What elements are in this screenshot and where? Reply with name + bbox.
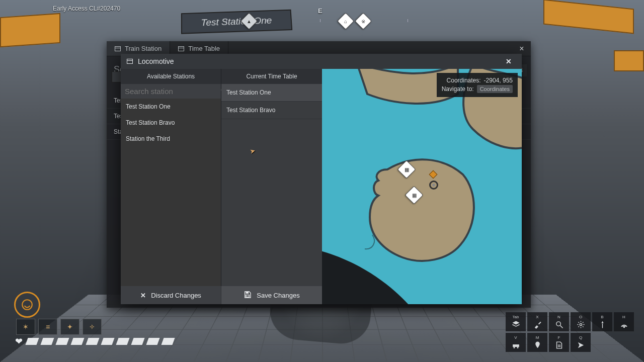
discard-changes-button[interactable]: ✕ Discard Changes [121,286,221,304]
close-icon: ✕ [140,292,146,299]
svg-rect-3 [246,292,249,294]
window-icon [115,46,121,51]
hotbar-slot[interactable]: ≡ [38,319,57,335]
modal-titlebar: Locomotive ✕ [121,54,522,69]
current-timetable-header: Current Time Table [221,69,322,84]
compass-east-label: E [318,7,323,15]
svg-point-9 [623,326,624,327]
map-pin-icon [533,341,542,349]
svg-rect-10 [513,344,519,347]
options-gear-icon [577,320,585,329]
window-icon [178,46,184,51]
timetable-entry[interactable]: Test Station One [221,84,322,102]
shortcut-grid: Tab X N O B H V M F Q [506,312,634,352]
map-panel[interactable]: Coordinates: -2904, 955 Navigate to: Coo… [322,69,522,304]
svg-rect-4 [246,295,250,297]
shortcut-beacon[interactable]: B [592,312,612,331]
flashlight-search-icon [555,320,564,329]
svg-point-8 [580,323,582,325]
shortcut-vehicle[interactable]: V [506,333,526,352]
hotbar: ✶ ≡ ✦ ✧ [16,319,102,335]
build-info: Early Access CL#202470 [53,5,120,12]
save-icon [244,291,252,300]
shortcut-options[interactable]: O [571,312,591,331]
available-stations-header: Available Stations [121,69,221,84]
building-decor [543,0,634,34]
shortcut-dismantle[interactable]: X [527,312,547,331]
station-search-input[interactable] [125,87,220,96]
map-player-marker[interactable] [429,180,438,190]
scan-signal-icon [620,320,628,329]
beacon-icon [598,320,607,329]
navigate-label: Navigate to: [442,85,474,93]
shortcut-quick[interactable]: Q [571,333,591,352]
timetable-entry[interactable]: Test Station Bravo [221,102,322,119]
window-icon [127,59,133,64]
available-station-item[interactable]: Test Station Bravo [121,115,221,131]
shortcut-search[interactable]: N [549,312,569,331]
hotbar-slot[interactable]: ✦ [60,319,79,335]
station-search[interactable] [121,84,221,99]
svg-line-7 [560,326,562,328]
hotbar-slot[interactable]: ✶ [16,319,35,335]
timetable-column: Test Station One Test Station Bravo [221,84,322,286]
svg-point-11 [513,347,515,348]
hotbar-slot[interactable]: ✧ [83,319,102,335]
svg-point-12 [517,347,518,348]
coords-label: Coordinates: [447,77,481,84]
codex-icon [555,341,564,349]
navigate-mode[interactable]: Coordinates [477,85,513,93]
svg-point-5 [22,300,32,310]
dismantle-icon [533,320,542,329]
shortcut-build[interactable]: Tab [506,312,526,331]
vehicle-icon [512,341,520,349]
shortcut-codex[interactable]: F [549,333,569,352]
modal-title-text: Locomotive [138,57,174,65]
compass-bar: E ▲ ⌂ ※ [191,4,453,24]
shortcut-icon [577,341,585,349]
modal-close-button[interactable]: ✕ [502,54,516,68]
locomotive-modal: Locomotive ✕ Available Stations Current … [121,54,522,304]
available-station-item[interactable]: Test Station One [121,99,221,115]
ability-ring-icon [14,292,40,318]
available-stations-column: Test Station One Test Station Bravo Stat… [121,84,221,286]
shortcut-map[interactable]: M [527,333,547,352]
build-menu-icon [512,320,520,329]
map-canvas[interactable] [322,69,522,304]
heart-icon: ❤ [15,336,23,347]
save-changes-button[interactable]: Save Changes [221,286,322,304]
building-decor [614,50,644,71]
shortcut-scan[interactable]: H [614,312,634,331]
health-bar: ❤ [15,336,174,347]
building-decor [0,13,60,47]
coords-value: -2904, 955 [484,77,513,84]
available-station-item[interactable]: Station the Third [121,131,221,147]
svg-point-6 [556,322,560,326]
map-info-overlay: Coordinates: -2904, 955 Navigate to: Coo… [437,73,518,97]
